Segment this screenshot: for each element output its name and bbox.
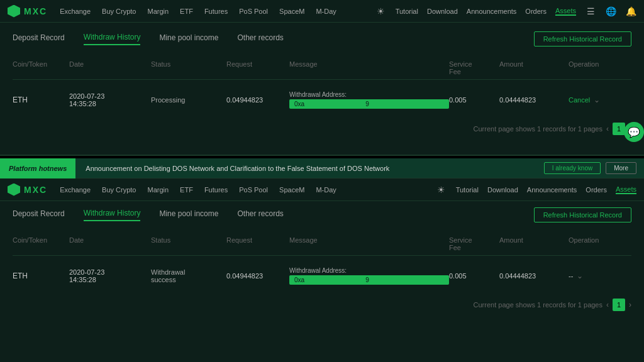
nav-orders[interactable]: Orders (525, 8, 547, 15)
cell-request: 0.04944823 (226, 96, 289, 104)
chevron-down-icon-b[interactable]: ⌄ (577, 272, 583, 280)
nav-tutorial-bottom[interactable]: Tutorial (456, 186, 479, 194)
col-service-fee: ServiceFee (449, 60, 499, 75)
col-amount: Amount (499, 60, 569, 75)
tab-other-records-bottom[interactable]: Other records (237, 209, 283, 221)
nav-spacem[interactable]: SpaceM (279, 8, 304, 15)
logo-icon (8, 5, 20, 18)
tab-withdraw-history[interactable]: Withdraw History (84, 33, 141, 45)
col-request-b: Request (226, 236, 289, 251)
top-content: Deposit Record Withdraw History Mine poo… (0, 23, 644, 144)
prev-page-button[interactable]: ‹ (606, 124, 609, 133)
navbar-top: MXC Exchange Buy Crypto Margin ETF Futur… (0, 0, 644, 23)
col-message-b: Message (289, 236, 449, 251)
hotnews-label: Platform hotnews (0, 158, 75, 178)
nav-tutorial[interactable]: Tutorial (396, 8, 418, 15)
table-row-bottom: ETH 2020-07-23 14:35:28 Withdrawal succe… (13, 261, 631, 291)
nav-mday-bottom[interactable]: M-Day (316, 186, 336, 194)
top-section: MXC Exchange Buy Crypto Margin ETF Futur… (0, 0, 644, 156)
nav-right-bottom: ☀ Tutorial Download Announcements Orders… (436, 184, 636, 195)
feedback-button[interactable]: 💬 (624, 122, 644, 142)
col-coin-b: Coin/Token (13, 236, 69, 251)
col-operation: Operation (569, 60, 631, 75)
nav-orders-bottom[interactable]: Orders (586, 186, 607, 194)
logo-bottom[interactable]: MXC (8, 184, 47, 196)
nav-download[interactable]: Download (427, 8, 458, 15)
col-service-fee-b: ServiceFee (449, 236, 499, 251)
nav-pos-pool-bottom[interactable]: PoS Pool (239, 186, 268, 194)
nav-futures[interactable]: Futures (204, 8, 228, 15)
col-amount-b: Amount (499, 236, 569, 251)
prev-page-button-bottom[interactable]: ‹ (606, 300, 609, 309)
bell-icon[interactable]: 🔔 (625, 6, 636, 17)
nav-announcements[interactable]: Announcements (467, 8, 517, 15)
nav-spacem-bottom[interactable]: SpaceM (279, 186, 304, 194)
bottom-section: MXC Exchange Buy Crypto Margin ETF Futur… (0, 178, 644, 362)
nav-items-bottom: Exchange Buy Crypto Margin ETF Futures P… (60, 186, 436, 194)
current-page[interactable]: 1 (613, 123, 625, 135)
cell-message-b: Withdrawal Address: 0xa 9 (289, 267, 449, 285)
tab-mine-pool[interactable]: Mine pool income (159, 33, 218, 45)
col-date-b: Date (69, 236, 151, 251)
cell-coin: ETH (13, 96, 69, 104)
cell-status: Processing (151, 96, 226, 104)
sun-icon[interactable]: ☀ (375, 6, 387, 17)
nav-margin[interactable]: Margin (147, 8, 169, 15)
sun-icon-bottom[interactable]: ☀ (436, 184, 447, 195)
nav-exchange[interactable]: Exchange (60, 8, 91, 15)
next-page-button-bottom[interactable]: › (629, 300, 631, 309)
cell-date: 2020-07-23 14:35:28 (69, 92, 151, 107)
col-status: Status (151, 60, 226, 75)
nav-mday[interactable]: M-Day (316, 8, 336, 15)
nav-buy-crypto-bottom[interactable]: Buy Crypto (102, 186, 136, 194)
address-value-b: 0xa 9 (289, 275, 449, 285)
nav-pos-pool[interactable]: PoS Pool (239, 8, 268, 15)
refresh-button-bottom[interactable]: Refresh Historical Record (534, 207, 631, 222)
globe-icon[interactable]: 🌐 (605, 6, 616, 17)
more-button[interactable]: More (606, 162, 636, 174)
nav-margin-bottom[interactable]: Margin (147, 186, 169, 194)
logo-text: MXC (24, 6, 47, 16)
address-value: 0xa 9 (289, 99, 449, 109)
col-status-b: Status (151, 236, 226, 251)
tab-deposit-record[interactable]: Deposit Record (13, 33, 65, 45)
bottom-content: Deposit Record Withdraw History Mine poo… (0, 201, 644, 320)
cell-amount-b: 0.04444823 (499, 272, 569, 280)
current-page-bottom[interactable]: 1 (613, 299, 625, 311)
table-header-top: Coin/Token Date Status Request Message S… (13, 57, 631, 80)
col-request: Request (226, 60, 289, 75)
nav-announcements-bottom[interactable]: Announcements (527, 186, 577, 194)
chevron-down-icon[interactable]: ⌄ (594, 96, 600, 104)
user-icon[interactable]: ☰ (585, 6, 596, 17)
tab-deposit-record-bottom[interactable]: Deposit Record (13, 209, 65, 221)
hotnews-actions: I already know More (544, 162, 644, 174)
nav-download-bottom[interactable]: Download (487, 186, 518, 194)
tab-mine-pool-bottom[interactable]: Mine pool income (159, 209, 218, 221)
pagination-top: Current page shows 1 records for 1 pages… (13, 123, 631, 135)
cancel-button[interactable]: Cancel (569, 96, 590, 104)
cell-message: Withdrawal Address: 0xa 9 (289, 91, 449, 109)
nav-etf-bottom[interactable]: ETF (180, 186, 193, 194)
pagination-bottom: Current page shows 1 records for 1 pages… (13, 299, 631, 311)
nav-right: ☀ Tutorial Download Announcements Orders… (375, 6, 636, 17)
col-date: Date (69, 60, 151, 75)
nav-etf[interactable]: ETF (180, 8, 193, 15)
nav-assets[interactable]: Assets (555, 7, 576, 16)
refresh-button-top[interactable]: Refresh Historical Record (534, 31, 631, 47)
tab-other-records[interactable]: Other records (237, 33, 283, 45)
logo[interactable]: MXC (8, 5, 47, 18)
cell-date-b: 2020-07-23 14:35:28 (69, 268, 151, 283)
hotnews-text: Announcement on Delisting DOS Network an… (75, 165, 543, 172)
cell-operation: Cancel ⌄ (569, 96, 631, 104)
know-button[interactable]: I already know (544, 162, 601, 174)
tab-withdraw-history-bottom[interactable]: Withdraw History (84, 209, 141, 221)
logo-icon-bottom (8, 184, 20, 196)
nav-assets-bottom[interactable]: Assets (616, 185, 636, 194)
nav-futures-bottom[interactable]: Futures (204, 186, 228, 194)
col-coin: Coin/Token (13, 60, 69, 75)
col-message: Message (289, 60, 449, 75)
nav-buy-crypto[interactable]: Buy Crypto (102, 8, 136, 15)
nav-exchange-bottom[interactable]: Exchange (60, 186, 91, 194)
cell-coin-b: ETH (13, 272, 69, 280)
table-row: ETH 2020-07-23 14:35:28 Processing 0.049… (13, 85, 631, 115)
